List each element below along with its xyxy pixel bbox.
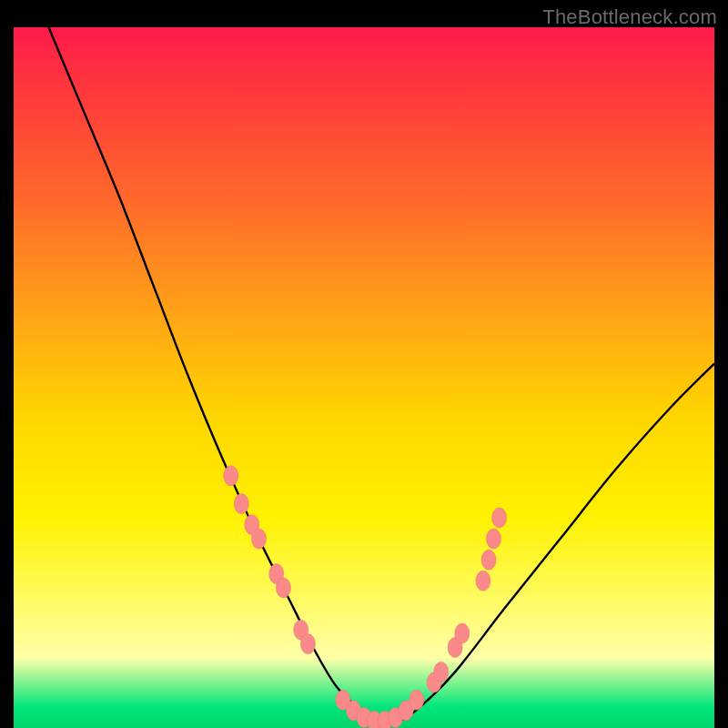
- marker-dot: [481, 550, 496, 570]
- marker-dot: [476, 571, 490, 591]
- marker-dot: [234, 494, 248, 514]
- marker-dot: [410, 690, 424, 710]
- bottleneck-curve: [49, 27, 715, 723]
- marker-dot: [434, 662, 449, 682]
- marker-dot: [252, 529, 267, 549]
- chart-svg: [14, 27, 714, 728]
- marker-dot: [486, 529, 500, 549]
- marker-dot: [300, 634, 315, 654]
- marker-dot: [276, 578, 290, 598]
- watermark-text: TheBottleneck.com: [542, 5, 717, 29]
- marker-dot: [455, 623, 470, 643]
- data-markers: [224, 466, 507, 728]
- chart-frame: [14, 27, 714, 728]
- marker-dot: [224, 466, 238, 486]
- marker-dot: [492, 508, 507, 528]
